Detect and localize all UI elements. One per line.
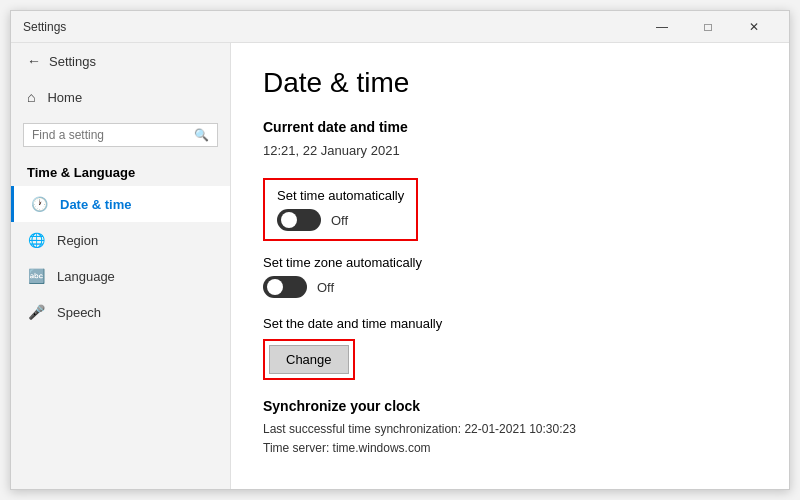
- search-input[interactable]: [32, 128, 194, 142]
- clock-icon: 🕐: [30, 196, 48, 212]
- set-time-auto-block: Set time automatically Off: [263, 178, 418, 241]
- sidebar-item-speech[interactable]: 🎤 Speech: [11, 294, 230, 330]
- sidebar-section-title: Time & Language: [11, 155, 230, 186]
- sidebar-item-date-time[interactable]: 🕐 Date & time: [11, 186, 230, 222]
- back-arrow-icon: ←: [27, 53, 41, 69]
- toggle-knob: [267, 279, 283, 295]
- set-timezone-auto-block: Set time zone automatically Off: [263, 255, 757, 298]
- set-time-auto-value: Off: [331, 213, 348, 228]
- sidebar-item-label: Language: [57, 269, 115, 284]
- sync-section: Synchronize your clock Last successful t…: [263, 398, 757, 458]
- page-title: Date & time: [263, 67, 757, 99]
- set-timezone-auto-toggle[interactable]: [263, 276, 307, 298]
- close-button[interactable]: ✕: [731, 11, 777, 43]
- microphone-icon: 🎤: [27, 304, 45, 320]
- minimize-button[interactable]: —: [639, 11, 685, 43]
- current-section-label: Current date and time: [263, 119, 757, 135]
- set-timezone-auto-row: Off: [263, 276, 757, 298]
- sidebar-item-region[interactable]: 🌐 Region: [11, 222, 230, 258]
- back-label: Settings: [49, 54, 96, 69]
- window-controls: — □ ✕: [639, 11, 777, 43]
- set-time-auto-row: Off: [277, 209, 404, 231]
- globe-icon: 🌐: [27, 232, 45, 248]
- set-timezone-auto-value: Off: [317, 280, 334, 295]
- language-icon: 🔤: [27, 268, 45, 284]
- sync-title: Synchronize your clock: [263, 398, 757, 414]
- set-timezone-auto-label: Set time zone automatically: [263, 255, 757, 270]
- home-label: Home: [47, 90, 82, 105]
- current-datetime: 12:21, 22 January 2021: [263, 143, 757, 158]
- sidebar-item-label: Date & time: [60, 197, 132, 212]
- set-manual-label: Set the date and time manually: [263, 316, 757, 331]
- change-button-box: Change: [263, 339, 355, 380]
- home-icon: ⌂: [27, 89, 35, 105]
- main-content: Date & time Current date and time 12:21,…: [231, 43, 789, 489]
- back-button[interactable]: ← Settings: [11, 43, 230, 79]
- toggle-knob: [281, 212, 297, 228]
- set-time-auto-toggle[interactable]: [277, 209, 321, 231]
- search-box[interactable]: 🔍: [23, 123, 218, 147]
- sync-last: Last successful time synchronization: 22…: [263, 420, 757, 439]
- change-button[interactable]: Change: [269, 345, 349, 374]
- titlebar: Settings — □ ✕: [11, 11, 789, 43]
- search-icon: 🔍: [194, 128, 209, 142]
- sidebar-home-item[interactable]: ⌂ Home: [11, 79, 230, 115]
- maximize-button[interactable]: □: [685, 11, 731, 43]
- window-title: Settings: [23, 20, 639, 34]
- sidebar: ← Settings ⌂ Home 🔍 Time & Language 🕐 Da…: [11, 43, 231, 489]
- sidebar-item-label: Speech: [57, 305, 101, 320]
- set-time-auto-label: Set time automatically: [277, 188, 404, 203]
- sync-server: Time server: time.windows.com: [263, 439, 757, 458]
- sidebar-item-language[interactable]: 🔤 Language: [11, 258, 230, 294]
- sidebar-item-label: Region: [57, 233, 98, 248]
